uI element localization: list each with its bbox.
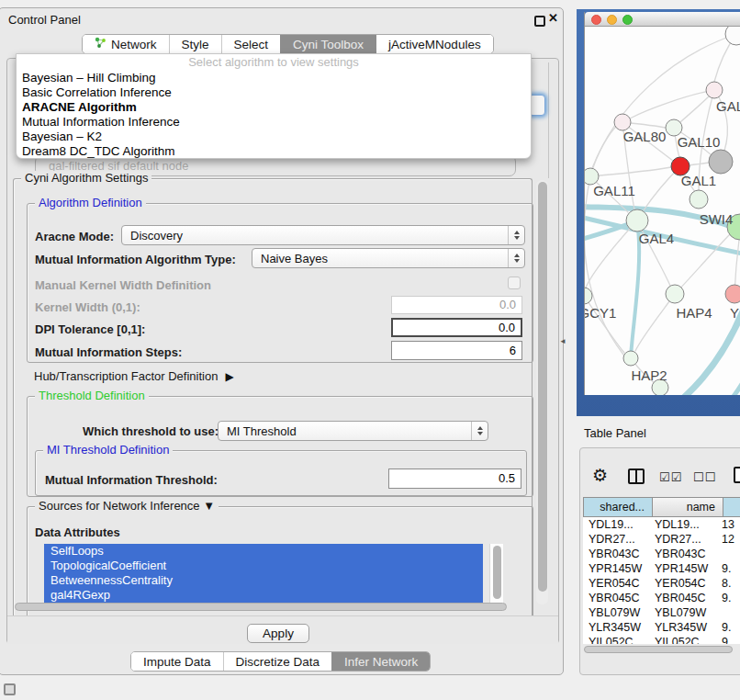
- table-row[interactable]: YBR043CYBR043C: [583, 547, 740, 561]
- algorithm-dropdown-prompt: Select algorithm to view settings: [17, 54, 531, 71]
- which-threshold-combo[interactable]: MI Threshold: [218, 421, 488, 441]
- tab-label: Impute Data: [143, 655, 211, 669]
- table-cell: 13: [716, 517, 740, 532]
- network-node[interactable]: [706, 82, 723, 98]
- kernel-width-field[interactable]: 0.0: [391, 296, 522, 314]
- gear-icon[interactable]: ⚙: [592, 467, 608, 484]
- deselect-all-checkboxes-icon[interactable]: ☐☐: [693, 470, 716, 484]
- table-cell: YBR045C: [649, 591, 716, 605]
- table-row[interactable]: YBL079WYBL079W: [583, 605, 740, 620]
- network-node-hap4[interactable]: [666, 285, 684, 303]
- table-cell: 9.: [716, 561, 740, 576]
- combo-stepper-icon: [471, 422, 488, 440]
- select-all-checkboxes-icon[interactable]: ☑☑: [659, 470, 682, 484]
- float-panel-icon[interactable]: [534, 16, 545, 27]
- algorithm-option-bayesian-k2[interactable]: Bayesian – K2: [17, 130, 531, 144]
- table-cell: YDR27...: [583, 532, 649, 547]
- table-cell: YIL052C: [649, 635, 716, 644]
- sources-group: Sources for Network Inference ▼ Data Att…: [27, 506, 533, 618]
- attribute-list-scrollbar[interactable]: [489, 544, 503, 604]
- minimized-panel-icon[interactable]: [4, 683, 16, 695]
- table-cell: YLR345W: [649, 620, 716, 635]
- attribute-item-selfloops[interactable]: SelfLoops: [44, 544, 483, 559]
- aracne-mode-combo[interactable]: Discovery: [121, 225, 525, 245]
- attribute-item-topologicalcoefficient[interactable]: TopologicalCoefficient: [44, 559, 483, 573]
- data-attributes-list[interactable]: SelfLoopsTopologicalCoefficientBetweenne…: [44, 544, 503, 604]
- table-cell: [716, 605, 740, 620]
- table-row[interactable]: YBR045CYBR045C9.: [583, 591, 740, 605]
- split-columns-icon[interactable]: [628, 469, 645, 484]
- mi-steps-field[interactable]: 6: [391, 341, 522, 360]
- network-node-label: GAL1: [681, 173, 716, 188]
- minimize-traffic-light-icon[interactable]: [607, 15, 617, 25]
- bottom-tab-infer-network[interactable]: Infer Network: [331, 652, 430, 671]
- tab-select[interactable]: Select: [221, 35, 281, 53]
- new-document-icon[interactable]: [734, 467, 740, 483]
- split-pane-arrow-icon[interactable]: ◄: [559, 337, 566, 345]
- close-icon[interactable]: ✕: [548, 11, 558, 25]
- cyni-algorithm-settings-title: Cyni Algorithm Settings: [21, 171, 151, 185]
- mi-threshold-field[interactable]: 0.5: [388, 469, 521, 489]
- network-node-label: GAL: [716, 98, 740, 114]
- table-row[interactable]: YDR27...YDR27...12: [583, 532, 740, 547]
- manual-kernel-label: Manual Kernel Width Definition: [35, 278, 211, 292]
- algorithm-option-aracne-algorithm[interactable]: ARACNE Algorithm: [17, 100, 531, 115]
- network-node-y[interactable]: [725, 285, 740, 303]
- settings-horizontal-scrollbar[interactable]: [15, 603, 507, 611]
- tab-label: Network: [111, 38, 157, 51]
- table-cell: YBL079W: [649, 605, 716, 620]
- table-row[interactable]: YPR145WYPR145W9.: [583, 561, 740, 576]
- table-cell: [716, 547, 740, 561]
- tab-label: Style: [182, 38, 209, 51]
- network-view-window: GALGAL80GAL10GAL1GAL11SWI4GAL4GCY1HAP4YH…: [584, 12, 740, 395]
- table-row[interactable]: YER054CYER054C8.: [583, 576, 740, 591]
- table-row[interactable]: YIL052CYIL052C9: [583, 635, 740, 644]
- network-node[interactable]: [690, 190, 708, 209]
- mi-type-combo[interactable]: Naive Bayes: [252, 248, 525, 268]
- tab-style[interactable]: Style: [169, 35, 221, 53]
- algorithm-option-bayesian-hill-climbing[interactable]: Bayesian – Hill Climbing: [17, 71, 531, 85]
- table-horizontal-scrollbar[interactable]: [584, 646, 733, 653]
- table-cell: 9: [716, 635, 740, 644]
- tab-network[interactable]: Network: [83, 35, 169, 53]
- table-row[interactable]: YLR345WYLR345W9.: [583, 620, 740, 635]
- table-cell: 9.: [716, 591, 740, 605]
- network-window-titlebar[interactable]: [585, 12, 740, 27]
- kernel-width-label: Kernel Width (0,1):: [35, 300, 140, 314]
- network-icon: [95, 37, 107, 51]
- close-traffic-light-icon[interactable]: [591, 15, 601, 25]
- network-node[interactable]: [725, 27, 740, 45]
- attribute-item-betweennesscentrality[interactable]: BetweennessCentrality: [44, 573, 483, 588]
- column-header-name[interactable]: name: [653, 497, 723, 517]
- network-edge: [631, 222, 639, 357]
- network-node-label: HAP4: [676, 305, 712, 321]
- network-canvas[interactable]: GALGAL80GAL10GAL1GAL11SWI4GAL4GCY1HAP4YH…: [585, 27, 740, 395]
- network-node-gal4[interactable]: [626, 209, 648, 231]
- bottom-tab-impute-data[interactable]: Impute Data: [131, 652, 223, 671]
- network-node[interactable]: [709, 150, 733, 174]
- settings-vertical-scrollbar[interactable]: [536, 180, 548, 604]
- attribute-item-gal4rgexp[interactable]: gal4RGexp: [44, 588, 483, 603]
- algorithm-definition-group: Algorithm Definition Aracne Mode: Discov…: [27, 203, 533, 363]
- algorithm-option-dream8-dc-tdc-algorithm[interactable]: Dream8 DC_TDC Algorithm: [17, 144, 531, 159]
- column-header-shared[interactable]: shared...: [583, 497, 653, 517]
- zoom-traffic-light-icon[interactable]: [622, 15, 633, 25]
- column-header-partial[interactable]: [723, 497, 740, 517]
- algorithm-option-mutual-information-inference[interactable]: Mutual Information Inference: [17, 115, 531, 130]
- algorithm-definition-title: Algorithm Definition: [35, 196, 146, 209]
- tab-cyni-toolbox[interactable]: Cyni Toolbox: [280, 35, 376, 53]
- cyni-bottom-tab-bar: Impute DataDiscretize DataInfer Network: [130, 651, 431, 672]
- dpi-tolerance-field[interactable]: 0.0: [391, 318, 522, 337]
- manual-kernel-checkbox[interactable]: [508, 277, 521, 289]
- collapse-arrow-icon: ▶: [225, 370, 233, 383]
- algorithm-option-basic-correlation-inference[interactable]: Basic Correlation Inference: [17, 85, 531, 100]
- apply-button[interactable]: Apply: [247, 624, 309, 643]
- sources-group-title[interactable]: Sources for Network Inference ▼: [35, 499, 219, 513]
- bottom-tab-discretize-data[interactable]: Discretize Data: [223, 652, 332, 671]
- tab-jactivemnodules[interactable]: jActiveMNodules: [376, 35, 493, 53]
- table-row[interactable]: YDL19...YDL19...13: [583, 517, 740, 532]
- dpi-tolerance-label: DPI Tolerance [0,1]:: [35, 322, 145, 336]
- hub-definition-toggle[interactable]: Hub/Transcription Factor Definition▶: [34, 369, 234, 383]
- combo-stepper-icon: [508, 249, 524, 267]
- network-node-hap2[interactable]: [623, 351, 638, 366]
